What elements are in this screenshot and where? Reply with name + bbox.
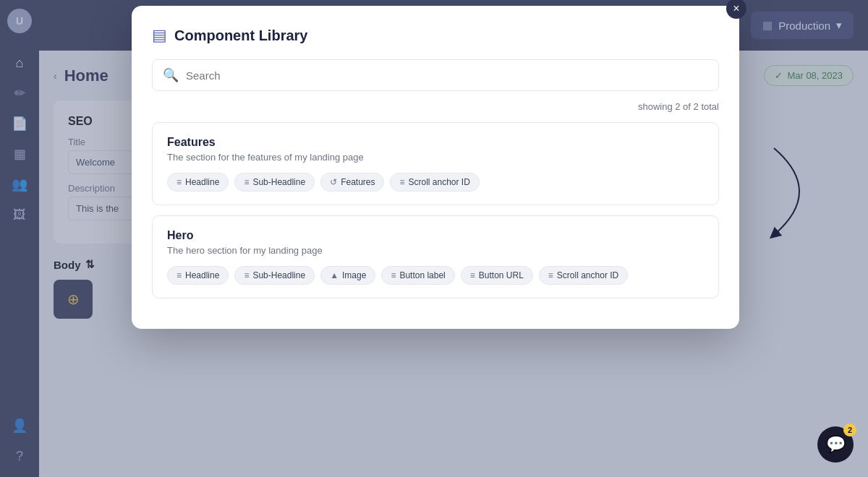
- search-icon: 🔍: [163, 67, 179, 83]
- text-icon: ≡: [176, 177, 182, 187]
- modal-title: Component Library: [174, 27, 307, 44]
- chat-icon: 💬: [826, 435, 846, 454]
- text-icon: ≡: [548, 270, 553, 280]
- hero-component-card[interactable]: Hero The hero section for my landing pag…: [152, 215, 719, 298]
- tag-scroll-anchor-2: ≡ Scroll anchor ID: [539, 266, 628, 285]
- tag-scroll-anchor-1: ≡ Scroll anchor ID: [390, 173, 479, 192]
- features-name: Features: [167, 136, 704, 149]
- search-box: 🔍: [152, 59, 719, 91]
- hero-desc: The hero section for my landing page: [167, 245, 704, 256]
- text-icon: ≡: [176, 270, 182, 280]
- tag-image: ▲ Image: [320, 266, 375, 285]
- text-icon: ≡: [244, 177, 249, 187]
- tag-button-url: ≡ Button URL: [461, 266, 533, 285]
- features-component-card[interactable]: Features The section for the features of…: [152, 122, 719, 205]
- tag-headline: ≡ Headline: [167, 173, 229, 192]
- hero-tags: ≡ Headline ≡ Sub-Headline ▲ Image ≡ Butt…: [167, 266, 704, 285]
- text-icon: ≡: [470, 270, 475, 280]
- chat-widget[interactable]: 💬 2: [817, 426, 854, 463]
- tag-button-label: ≡ Button label: [381, 266, 454, 285]
- chat-badge: 2: [843, 424, 856, 437]
- text-icon: ≡: [244, 270, 249, 280]
- features-tags: ≡ Headline ≡ Sub-Headline ↺ Features ≡ S…: [167, 173, 704, 192]
- features-desc: The section for the features of my landi…: [167, 152, 704, 163]
- tag-sub-headline: ≡ Sub-Headline: [234, 173, 315, 192]
- tag-headline-2: ≡ Headline: [167, 266, 229, 285]
- tag-features: ↺ Features: [320, 173, 384, 192]
- hero-name: Hero: [167, 229, 704, 242]
- search-input[interactable]: [186, 69, 708, 82]
- text-icon: ≡: [391, 270, 396, 280]
- modal-header: ▤ Component Library: [152, 26, 719, 45]
- tag-sub-headline-2: ≡ Sub-Headline: [234, 266, 315, 285]
- text-icon: ≡: [399, 177, 404, 187]
- component-library-modal: × ▤ Component Library 🔍 showing 2 of 2 t…: [132, 6, 739, 329]
- showing-text: showing 2 of 2 total: [152, 101, 719, 112]
- image-icon: ▲: [330, 270, 339, 280]
- library-icon: ▤: [152, 26, 167, 45]
- refresh-icon: ↺: [330, 177, 337, 187]
